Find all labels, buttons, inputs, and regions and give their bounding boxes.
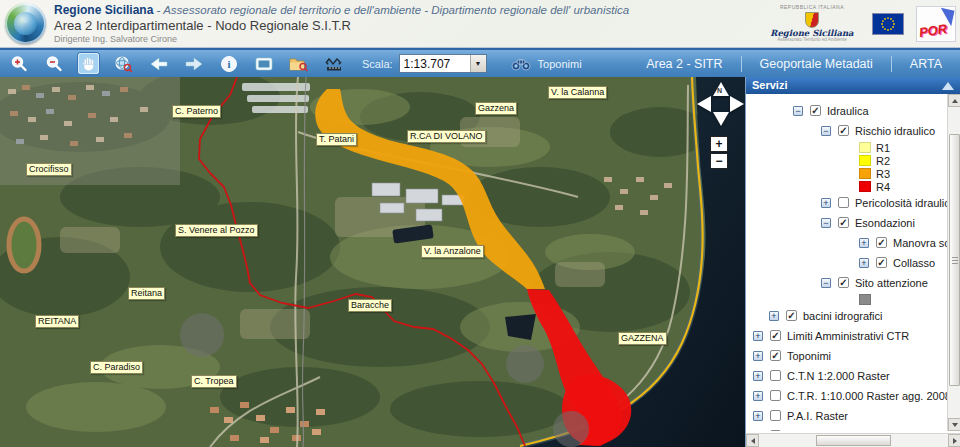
scale-dropdown[interactable]: 1:13.707 ▼ xyxy=(399,54,487,73)
north-label: N xyxy=(717,87,722,94)
pan-west-arrow[interactable] xyxy=(697,96,711,112)
map-place-label: R.CA DI VOLANO xyxy=(407,130,486,143)
layer-label: C.T.N 1:2.000 Raster xyxy=(787,370,890,382)
link-arta[interactable]: ARTA xyxy=(892,57,960,71)
expander-icon[interactable]: + xyxy=(753,411,763,421)
layer-tree-row: + ✓ Toponimi xyxy=(746,346,947,365)
expander-icon[interactable]: + xyxy=(821,198,831,208)
svg-text:i: i xyxy=(227,58,230,70)
layer-checkbox[interactable]: ✓ xyxy=(838,125,849,136)
layer-label: R3 xyxy=(876,168,890,180)
layer-checkbox[interactable]: ✓ xyxy=(770,430,781,431)
map-render xyxy=(0,77,745,447)
layer-label: C.T.R. 1:10.000 Raster agg. 2008 xyxy=(787,390,947,402)
layer-checkbox[interactable]: ✓ xyxy=(810,105,821,116)
forward-arrow-icon xyxy=(185,57,203,71)
region-sub-label: Assessorato Territorio ed Ambiente xyxy=(764,38,860,43)
horizontal-scroll-thumb[interactable] xyxy=(816,435,891,446)
expander-icon[interactable]: + xyxy=(753,371,763,381)
horizontal-scrollbar[interactable] xyxy=(746,433,960,447)
layer-tree-row xyxy=(746,293,947,306)
map-zoom-out-button[interactable]: − xyxy=(710,153,728,169)
por-logo: POR xyxy=(916,6,956,42)
app-title-rest: - Assessorato regionale del territorio e… xyxy=(153,4,629,16)
folder-search-icon xyxy=(289,56,308,72)
toponimi-button-label: Toponimi xyxy=(538,58,582,70)
expander-icon[interactable]: + xyxy=(753,391,763,401)
legend-swatch xyxy=(859,181,871,192)
overview-window-icon xyxy=(255,57,273,71)
scroll-left-button[interactable] xyxy=(746,434,759,447)
link-area2-sitr[interactable]: Area 2 - SITR xyxy=(628,57,740,71)
layer-checkbox[interactable]: ✓ xyxy=(876,237,887,248)
layer-label: R1 xyxy=(876,142,890,154)
map-place-label: S. Venere al Pozzo xyxy=(175,224,258,237)
scale-dropdown-arrow[interactable]: ▼ xyxy=(470,55,486,72)
pan-button[interactable] xyxy=(78,53,99,74)
forward-button[interactable] xyxy=(183,53,204,74)
map-zoom-in-button[interactable]: + xyxy=(710,136,728,152)
pan-hand-icon xyxy=(80,55,98,73)
legend-swatch xyxy=(859,155,871,166)
layer-label: Limiti Amministrativi CTR xyxy=(787,330,909,342)
layer-tree-row: − ✓ Idraulica xyxy=(746,101,947,120)
layer-checkbox[interactable] xyxy=(770,390,781,401)
layer-checkbox[interactable]: ✓ xyxy=(770,350,781,361)
expander-icon[interactable]: + xyxy=(859,258,869,268)
layer-tree-row: − ✓ Rischio idraulico xyxy=(746,121,947,140)
expander-icon[interactable]: + xyxy=(753,431,763,432)
layer-checkbox[interactable]: ✓ xyxy=(838,217,849,228)
map-place-label: Crocifisso xyxy=(26,163,72,176)
overview-window-button[interactable] xyxy=(253,53,274,74)
layer-tree-row: + ✓ Collasso xyxy=(746,253,947,272)
map-place-label: V. la Anzalone xyxy=(421,245,484,258)
back-button[interactable] xyxy=(148,53,169,74)
map-place-label: V. la Calanna xyxy=(548,86,607,99)
panel-collapse-icon[interactable] xyxy=(942,82,954,90)
toolbar-links: Area 2 - SITR Geoportale Metadati ARTA xyxy=(628,50,960,77)
zoom-in-button[interactable] xyxy=(8,53,29,74)
vertical-scroll-thumb[interactable] xyxy=(949,134,960,386)
expander-icon[interactable]: + xyxy=(859,238,869,248)
map-place-label: GAZZENA xyxy=(618,332,667,345)
eu-flag-icon xyxy=(872,13,904,35)
map-place-label: REITANA xyxy=(35,315,79,328)
scroll-down-button[interactable] xyxy=(948,418,960,431)
scroll-right-button[interactable] xyxy=(948,434,960,447)
map-place-label: T. Patani xyxy=(316,133,357,146)
layer-checkbox[interactable]: ✓ xyxy=(786,310,797,321)
find-button[interactable] xyxy=(288,53,309,74)
scroll-down-icon xyxy=(952,423,958,427)
map-canvas[interactable]: C. Paterno Gazzena V. la Calanna T. Pata… xyxy=(0,77,745,447)
expander-icon[interactable]: + xyxy=(753,351,763,361)
measure-button[interactable] xyxy=(323,53,344,74)
link-geoportale-metadati[interactable]: Geoportale Metadati xyxy=(742,57,891,71)
scale-value: 1:13.707 xyxy=(400,57,470,71)
expander-icon[interactable]: − xyxy=(821,218,831,228)
layer-checkbox[interactable]: ✓ xyxy=(838,277,849,288)
expander-icon[interactable]: − xyxy=(821,126,831,136)
toponimi-button[interactable]: Toponimi xyxy=(511,56,582,71)
layer-tree-row: R2 xyxy=(746,154,947,167)
zoom-out-button[interactable] xyxy=(43,53,64,74)
layer-tree-row: + Pericolosità idraulica xyxy=(746,193,947,212)
scale-label: Scala: xyxy=(362,58,393,70)
zoom-full-extent-button[interactable] xyxy=(113,53,134,74)
pan-south-arrow[interactable] xyxy=(713,112,729,126)
pan-east-arrow[interactable] xyxy=(730,96,744,112)
layer-checkbox[interactable]: ✓ xyxy=(876,257,887,268)
identify-button[interactable]: i xyxy=(218,53,239,74)
layer-checkbox[interactable] xyxy=(770,370,781,381)
map-nav-pad: N + − xyxy=(697,82,745,172)
layer-checkbox[interactable]: ✓ xyxy=(770,330,781,341)
layer-checkbox[interactable] xyxy=(838,197,849,208)
expander-icon[interactable]: + xyxy=(769,311,779,321)
layer-label: R4 xyxy=(876,181,890,193)
layer-label: Rischio idraulico xyxy=(855,125,935,137)
layer-checkbox[interactable] xyxy=(770,410,781,421)
expander-icon[interactable]: − xyxy=(821,278,831,288)
vertical-scrollbar[interactable] xyxy=(947,94,960,431)
expander-icon[interactable]: + xyxy=(753,331,763,341)
scroll-up-button[interactable] xyxy=(948,94,960,107)
expander-icon[interactable]: − xyxy=(793,106,803,116)
